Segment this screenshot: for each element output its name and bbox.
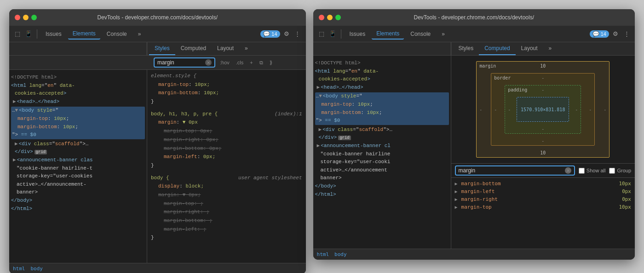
- computed-props-list: ▶ margin-bottom 10px ▶ margin-left 0px ▶…: [451, 178, 635, 213]
- cursor-icon-2[interactable]: ⬚: [317, 29, 326, 39]
- dom-div-close: </div>grid: [11, 148, 145, 156]
- computed-filter-wrap[interactable]: ✕: [455, 165, 575, 176]
- breadcrumb-html-1[interactable]: html: [13, 266, 25, 272]
- dom-head[interactable]: ▶<head>…</head>: [11, 98, 145, 106]
- dom-div-2[interactable]: ▶<div class="scaffold">…: [315, 126, 449, 134]
- tab-more-1[interactable]: »: [133, 29, 146, 39]
- box-model-container: margin 10 10 - - border - - - -: [451, 56, 635, 163]
- show-all-checkbox[interactable]: Show all: [579, 168, 606, 174]
- traffic-lights-1: [15, 15, 37, 20]
- dom-announce1-2[interactable]: ▶<announcement-banner cl: [315, 142, 449, 150]
- box-content: 1570.910×831.818: [517, 97, 569, 122]
- tab-elements-2[interactable]: Elements: [372, 28, 404, 40]
- filter-toggle-btn[interactable]: ⟫: [268, 59, 274, 67]
- tab-more-panel-1[interactable]: »: [239, 42, 253, 55]
- chat-icon-2: 💬: [592, 31, 599, 37]
- show-all-check[interactable]: [579, 168, 585, 174]
- device-icon[interactable]: 📱: [24, 29, 33, 39]
- content-area-2: <!DOCTYPE html> <html lang="en" data- co…: [313, 56, 635, 249]
- filter-copy-btn[interactable]: ⧉: [258, 59, 265, 67]
- dom-announce2: "cookie-banner hairline-t: [11, 165, 145, 173]
- tab-styles-2[interactable]: Styles: [453, 42, 479, 55]
- tab-layout-1[interactable]: Layout: [212, 42, 239, 55]
- tab-computed-1[interactable]: Computed: [175, 42, 212, 55]
- dom-head-2[interactable]: ▶<head>…</head>: [315, 84, 449, 92]
- filter-input-wrap-1[interactable]: ✕: [154, 57, 215, 68]
- filter-hov-btn[interactable]: :hov: [218, 59, 231, 66]
- group-label: Group: [617, 168, 631, 173]
- computed-prop-margin-bottom[interactable]: ▶ margin-bottom 10px: [451, 180, 635, 188]
- triangle-margin-bottom: ▶: [455, 181, 460, 186]
- computed-filter-clear[interactable]: ✕: [565, 167, 571, 174]
- settings-icon-2[interactable]: ⚙: [611, 29, 620, 39]
- dom-html2: cookies-accepted>: [11, 90, 145, 98]
- bottom-bar-1: html body: [9, 263, 306, 273]
- padding-label: padding: [508, 87, 527, 92]
- margin-left-dash: -: [479, 107, 482, 112]
- more-icon-1[interactable]: ⋮: [293, 29, 302, 39]
- titlebar-2: DevTools - developer.chrome.com/docs/dev…: [313, 9, 635, 26]
- tab-console-1[interactable]: Console: [102, 29, 132, 39]
- computed-prop-margin-top[interactable]: ▶ margin-top 10px: [451, 203, 635, 211]
- filter-input-1[interactable]: [157, 59, 203, 66]
- tab-more-panel-2[interactable]: »: [543, 42, 558, 55]
- tab-issues-2[interactable]: Issues: [345, 29, 370, 39]
- titlebar-1: DevTools - developer.chrome.com/docs/dev…: [9, 9, 306, 26]
- padding-left-dash: -: [508, 107, 511, 112]
- issues-badge-1[interactable]: 💬 14: [260, 30, 280, 38]
- dom-html-2[interactable]: <html lang="en" data-: [315, 68, 449, 76]
- minimize-button-2[interactable]: [327, 15, 333, 20]
- dom-body[interactable]: …▼<body style=" margin-top: 10px; margin…: [11, 107, 145, 139]
- dom-html[interactable]: <html lang="en" data-: [11, 82, 145, 90]
- settings-icon-1[interactable]: ⚙: [282, 29, 291, 39]
- padding-right-dash: -: [575, 107, 578, 112]
- tab-console-2[interactable]: Console: [406, 29, 435, 39]
- style-block-element: element.style { margin-top: 10px; margin…: [151, 72, 302, 106]
- devtools-window-1: DevTools - developer.chrome.com/docs/dev…: [9, 9, 306, 273]
- tab-elements-1[interactable]: Elements: [68, 28, 100, 40]
- maximize-button-2[interactable]: [335, 15, 341, 20]
- cursor-icon[interactable]: ⬚: [13, 29, 22, 39]
- minimize-button-1[interactable]: [23, 15, 29, 20]
- filter-clear-1[interactable]: ✕: [205, 59, 212, 66]
- dom-html-close: </html>: [11, 205, 145, 213]
- dom-announce3-2: storage-key="user-cooki: [315, 158, 449, 166]
- toolbar-2: ⬚ 📱 Issues Elements Console » 💬 14 ⚙ ⋮: [313, 26, 635, 42]
- close-button-2[interactable]: [319, 15, 324, 20]
- styles-pane-1: element.style { margin-top: 10px; margin…: [147, 70, 306, 263]
- dom-div[interactable]: ▶<div class="scaffold">…: [11, 140, 145, 148]
- computed-prop-margin-left[interactable]: ▶ margin-left 0px: [451, 188, 635, 195]
- group-checkbox[interactable]: Group: [609, 168, 631, 174]
- style-block-body-rule: body, h1, h3, p, pre { (index):1 margin:…: [151, 110, 302, 170]
- border-right-dash: -: [589, 107, 592, 112]
- close-button-1[interactable]: [15, 15, 20, 20]
- filter-cls-btn[interactable]: .cls: [234, 59, 246, 66]
- dom-html2-2: cookies-accepted>: [315, 75, 449, 84]
- border-left-dash: -: [494, 107, 497, 112]
- maximize-button-1[interactable]: [31, 15, 37, 20]
- computed-filter-input[interactable]: [459, 167, 563, 174]
- tab-more-2[interactable]: »: [437, 29, 449, 39]
- breadcrumb-body-1[interactable]: body: [31, 266, 43, 272]
- dom-html-close-2: </html>: [315, 191, 449, 199]
- dom-announce4: active>…</announcement-: [11, 181, 145, 189]
- computed-prop-margin-right[interactable]: ▶ margin-right 0px: [451, 195, 635, 203]
- border-top-dash: -: [541, 75, 544, 80]
- breadcrumb-html-2[interactable]: html: [317, 251, 329, 257]
- prop-val-margin-bottom: 10px: [619, 181, 632, 187]
- group-check[interactable]: [609, 168, 615, 174]
- dom-body-2[interactable]: …▼<body style=" margin-top: 10px; margin…: [315, 92, 449, 125]
- dom-announce1[interactable]: ▶<announcement-banner clas: [11, 156, 145, 165]
- dom-announce2-2: "cookie-banner hairline: [315, 150, 449, 159]
- breadcrumb-body-2[interactable]: body: [334, 251, 347, 257]
- issues-badge-2[interactable]: 💬 14: [590, 30, 609, 38]
- tab-issues-1[interactable]: Issues: [41, 29, 66, 39]
- tab-computed-2[interactable]: Computed: [479, 42, 515, 55]
- padding-bottom-dash: -: [541, 126, 544, 131]
- more-icon-2[interactable]: ⋮: [622, 29, 631, 39]
- filter-add-btn[interactable]: +: [248, 59, 254, 66]
- device-icon-2[interactable]: 📱: [328, 29, 337, 39]
- tab-styles-1[interactable]: Styles: [149, 42, 175, 55]
- tab-layout-2[interactable]: Layout: [516, 42, 543, 55]
- window-title-1: DevTools - developer.chrome.com/docs/dev…: [98, 14, 218, 21]
